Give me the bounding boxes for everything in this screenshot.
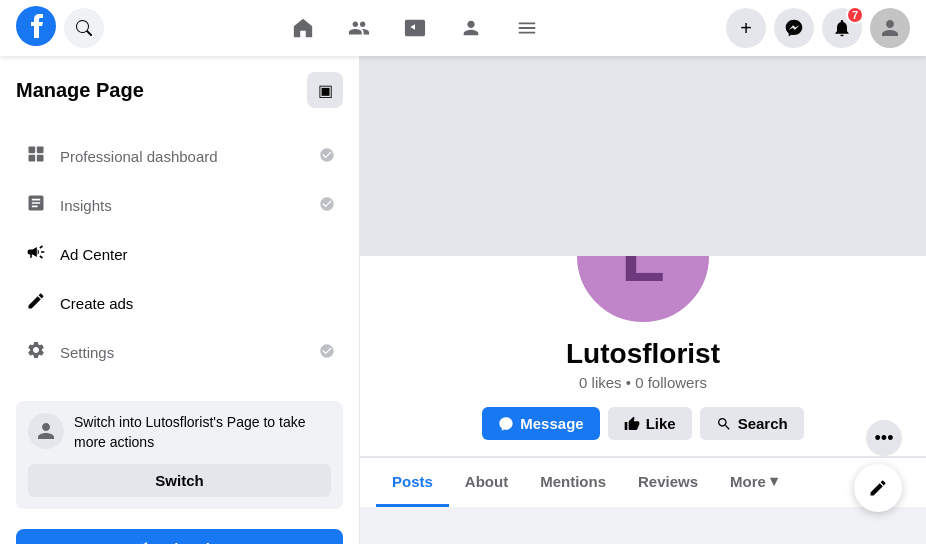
svg-rect-4 bbox=[37, 155, 44, 162]
insights-icon bbox=[24, 193, 48, 218]
sidebar-item-insights[interactable]: Insights bbox=[8, 183, 351, 228]
tab-about[interactable]: About bbox=[449, 459, 524, 507]
search-label: Search bbox=[738, 415, 788, 432]
ad-center-icon bbox=[24, 242, 48, 267]
svg-rect-3 bbox=[29, 155, 36, 162]
advertise-label: Advertise bbox=[158, 540, 226, 544]
floating-edit-button[interactable] bbox=[854, 464, 902, 512]
cover-area bbox=[360, 56, 926, 256]
tab-posts[interactable]: Posts bbox=[376, 459, 449, 507]
sidebar-item-label: Create ads bbox=[60, 295, 133, 312]
notification-count: 7 bbox=[846, 6, 864, 24]
nav-right: + 7 bbox=[726, 8, 910, 48]
sidebar-collapse-button[interactable]: ▣ bbox=[307, 72, 343, 108]
sidebar-item-label: Settings bbox=[60, 344, 114, 361]
check-icon bbox=[319, 147, 335, 167]
sidebar-item-create-ads[interactable]: Create ads bbox=[8, 281, 351, 326]
profile-stats: 0 likes • 0 followers bbox=[579, 374, 707, 391]
menu-nav-button[interactable] bbox=[503, 4, 551, 52]
message-button[interactable]: Message bbox=[482, 407, 599, 440]
tab-reviews[interactable]: Reviews bbox=[622, 459, 714, 507]
dashboard-icon bbox=[24, 144, 48, 169]
messenger-button[interactable] bbox=[774, 8, 814, 48]
home-nav-button[interactable] bbox=[279, 4, 327, 52]
floating-more-button[interactable]: ••• bbox=[866, 420, 902, 456]
facebook-logo[interactable] bbox=[16, 6, 56, 50]
switch-description: Switch into Lutosflorist's Page to take … bbox=[74, 413, 331, 452]
message-label: Message bbox=[520, 415, 583, 432]
profile-section: L Lutosflorist 0 likes • 0 followers Mes… bbox=[360, 256, 926, 457]
switch-section: Switch into Lutosflorist's Page to take … bbox=[16, 401, 343, 509]
sidebar-item-professional-dashboard[interactable]: Professional dashboard bbox=[8, 134, 351, 179]
chevron-down-icon: ▾ bbox=[770, 472, 778, 490]
main-content: L Lutosflorist 0 likes • 0 followers Mes… bbox=[360, 56, 926, 544]
create-button[interactable]: + bbox=[726, 8, 766, 48]
sidebar-header: Manage Page ▣ bbox=[0, 56, 359, 116]
tab-reviews-label: Reviews bbox=[638, 473, 698, 490]
sidebar-item-settings[interactable]: Settings bbox=[8, 330, 351, 375]
advertise-section: Advertise bbox=[0, 517, 359, 544]
like-label: Like bbox=[646, 415, 676, 432]
switch-avatar bbox=[28, 413, 64, 449]
check-icon bbox=[319, 343, 335, 363]
like-button[interactable]: Like bbox=[608, 407, 692, 440]
search-profile-button[interactable]: Search bbox=[700, 407, 804, 440]
plus-icon: + bbox=[740, 17, 752, 40]
sidebar-item-ad-center[interactable]: Ad Center bbox=[8, 232, 351, 277]
video-nav-button[interactable] bbox=[391, 4, 439, 52]
sidebar-item-label: Professional dashboard bbox=[60, 148, 218, 165]
sidebar-item-label: Insights bbox=[60, 197, 112, 214]
tab-about-label: About bbox=[465, 473, 508, 490]
profile-actions: Message Like Search bbox=[482, 407, 803, 440]
settings-icon bbox=[24, 340, 48, 365]
profile-nav-button[interactable] bbox=[447, 4, 495, 52]
nav-center bbox=[104, 4, 726, 52]
profile-name: Lutosflorist bbox=[566, 338, 720, 370]
top-navigation: + 7 bbox=[0, 0, 926, 56]
switch-info: Switch into Lutosflorist's Page to take … bbox=[28, 413, 331, 452]
check-icon bbox=[319, 196, 335, 216]
switch-button[interactable]: Switch bbox=[28, 464, 331, 497]
tab-posts-label: Posts bbox=[392, 473, 433, 490]
svg-rect-1 bbox=[29, 147, 36, 154]
advertise-button[interactable]: Advertise bbox=[16, 529, 343, 544]
main-layout: Manage Page ▣ Professional dashboard In bbox=[0, 56, 926, 544]
more-dots-icon: ••• bbox=[875, 428, 894, 449]
tab-more[interactable]: More ▾ bbox=[714, 458, 794, 507]
sidebar-item-label: Ad Center bbox=[60, 246, 128, 263]
tab-mentions[interactable]: Mentions bbox=[524, 459, 622, 507]
create-ads-icon bbox=[24, 291, 48, 316]
tab-more-label: More bbox=[730, 473, 766, 490]
sidebar-title: Manage Page bbox=[16, 79, 144, 102]
svg-rect-2 bbox=[37, 147, 44, 154]
sidebar: Manage Page ▣ Professional dashboard In bbox=[0, 56, 360, 544]
search-button[interactable] bbox=[64, 8, 104, 48]
profile-tabs: Posts About Mentions Reviews More ▾ bbox=[360, 457, 926, 507]
nav-left bbox=[16, 6, 104, 50]
user-avatar-button[interactable] bbox=[870, 8, 910, 48]
notifications-button[interactable]: 7 bbox=[822, 8, 862, 48]
tab-mentions-label: Mentions bbox=[540, 473, 606, 490]
friends-nav-button[interactable] bbox=[335, 4, 383, 52]
